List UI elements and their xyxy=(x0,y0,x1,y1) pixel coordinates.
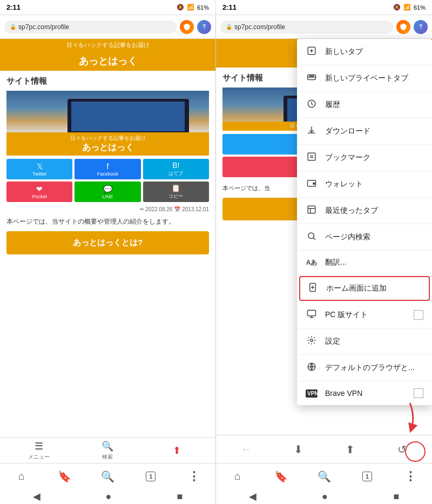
translate-label: 翻訳... xyxy=(325,258,423,267)
menu-item-translate[interactable]: Aあ 翻訳... xyxy=(297,251,432,275)
menu-item-recent-tabs[interactable]: 最近使ったタブ xyxy=(297,198,432,224)
brave-icon-right[interactable] xyxy=(396,20,410,34)
time-left: 2:11 xyxy=(6,3,21,11)
share-action-btn[interactable]: ⬆ xyxy=(338,438,362,461)
lock-icon-left: 🔒 xyxy=(10,24,16,30)
menu-item-find[interactable]: ページ内検索 xyxy=(297,224,432,251)
menu-item-add-home[interactable]: ホーム画面に追加 xyxy=(299,276,430,301)
banner-left: 日々をハックする記事をお届け xyxy=(0,39,215,51)
menu-item-default-browser[interactable]: デフォルトのブラウザと... xyxy=(297,355,432,381)
add-home-label: ホーム画面に追加 xyxy=(326,284,422,293)
notification-icon-left: 🔕 xyxy=(177,4,184,11)
home-gesture-left[interactable]: ● xyxy=(106,491,112,502)
pocket-icon-left: ❤ xyxy=(36,185,43,193)
arrow-annotation xyxy=(396,400,423,435)
private-tab-label: 新しいプライベートタブ xyxy=(325,73,423,83)
menu-nav-left[interactable]: ⋮ xyxy=(180,466,207,487)
menu-nav-right[interactable]: ⋮ xyxy=(397,466,424,487)
copy-icon-left: 📋 xyxy=(171,184,180,192)
vpn-icon-right[interactable]: ? xyxy=(414,20,428,34)
line-btn-left[interactable]: 💬 LINE xyxy=(75,182,140,202)
battery-left: 61% xyxy=(197,4,209,11)
site-title-left: あっとはっく xyxy=(0,51,215,71)
wifi-icon-right: 📶 xyxy=(403,4,411,11)
history-icon xyxy=(306,99,318,111)
lock-icon-right: 🔒 xyxy=(226,24,232,30)
bookmark-nav-left[interactable]: 🔖 xyxy=(51,466,78,487)
brave-icon-left[interactable] xyxy=(180,20,194,34)
share-toolbar-left[interactable]: ⬆ xyxy=(166,445,187,456)
wallet-icon xyxy=(306,178,318,190)
translate-icon: Aあ xyxy=(306,258,318,267)
recent-tabs-label: 最近使ったタブ xyxy=(325,206,423,216)
download-icon xyxy=(306,125,318,137)
home-gesture-right[interactable]: ● xyxy=(322,491,328,502)
download-action-btn[interactable]: ⬇ xyxy=(286,438,310,461)
menu-item-bookmark[interactable]: ブックマーク xyxy=(297,145,432,171)
menu-item-wallet[interactable]: ウォレット xyxy=(297,171,432,198)
upload-icon-left: ⬆ xyxy=(173,445,181,456)
new-tab-icon xyxy=(306,46,318,58)
search-icon-left: 🔍 xyxy=(102,440,113,452)
menu-item-private-tab[interactable]: 新しいプライベートタブ xyxy=(297,65,432,92)
facebook-btn-left[interactable]: f Facebook xyxy=(75,159,140,179)
home-nav-left[interactable]: ⌂ xyxy=(8,466,35,487)
menu-item-history[interactable]: 履歴 xyxy=(297,92,432,118)
url-right: sp7pc.com/profile xyxy=(234,23,285,31)
brave-vpn-icon: VPN xyxy=(306,389,318,398)
menu-toolbar-left[interactable]: ☰ メニュー xyxy=(28,440,50,461)
date-info-left: ✏ 2022.08.26 📅 2013.12.01 xyxy=(6,205,209,213)
wifi-icon-left: 📶 xyxy=(187,4,194,11)
refresh-action-btn[interactable]: ↺ xyxy=(390,438,414,461)
svg-rect-7 xyxy=(308,153,315,160)
recents-gesture-left[interactable]: ■ xyxy=(177,491,183,502)
tabs-nav-left[interactable]: 1 xyxy=(137,466,164,487)
default-browser-icon xyxy=(306,362,318,374)
pocket-btn-left[interactable]: ❤ Pocket xyxy=(6,182,72,202)
url-left: sp7pc.com/profile xyxy=(18,23,69,31)
twitter-btn-left[interactable]: 𝕏 Twitter xyxy=(6,159,72,179)
download-label: ダウンロード xyxy=(325,126,423,136)
new-tab-label: 新しいタブ xyxy=(325,47,423,57)
pc-site-label: PC 版サイト xyxy=(325,310,406,320)
recents-gesture-right[interactable]: ■ xyxy=(393,491,399,502)
site-image-left: 日々をハックする記事をお届け あっとはっく xyxy=(6,91,209,156)
default-browser-label: デフォルトのブラウザと... xyxy=(325,363,423,373)
bookmark-icon-menu xyxy=(306,152,318,164)
description-left: 本ページでは、当サイトの概要や管理人の紹介をします。 xyxy=(6,213,209,229)
menu-item-new-tab[interactable]: 新しいタブ xyxy=(297,39,432,65)
copy-btn-left[interactable]: 📋 コピー xyxy=(143,182,209,202)
add-home-icon xyxy=(307,283,319,294)
hateb-btn-left[interactable]: B! はてブ xyxy=(143,159,209,179)
brave-vpn-checkbox[interactable] xyxy=(414,388,423,398)
search-toolbar-left[interactable]: 🔍 検索 xyxy=(97,440,118,461)
private-tab-icon xyxy=(306,72,318,84)
search-nav-left[interactable]: 🔍 xyxy=(94,466,121,487)
back-gesture-left[interactable]: ◀ xyxy=(33,490,40,502)
notification-icon-right: 🔕 xyxy=(393,4,401,11)
home-nav-right[interactable]: ⌂ xyxy=(224,466,251,487)
menu-item-settings[interactable]: 設定 xyxy=(297,328,432,355)
tabs-nav-right[interactable]: 1 xyxy=(354,466,381,487)
battery-right: 61% xyxy=(414,4,426,11)
menu-item-pc-site[interactable]: PC 版サイト xyxy=(297,302,432,328)
menu-item-download[interactable]: ダウンロード xyxy=(297,118,432,145)
facebook-icon-left: f xyxy=(107,162,109,171)
pc-site-checkbox[interactable] xyxy=(414,310,423,320)
back-gesture-right[interactable]: ◀ xyxy=(249,490,256,502)
search-nav-right[interactable]: 🔍 xyxy=(310,466,338,487)
back-action-btn[interactable]: ← xyxy=(234,438,258,461)
svg-line-16 xyxy=(313,238,315,239)
site-info-heading-left: サイト情報 xyxy=(6,76,209,86)
pc-site-icon xyxy=(306,309,318,321)
svg-rect-20 xyxy=(308,310,316,316)
svg-rect-12 xyxy=(308,206,315,213)
twitter-icon-left: 𝕏 xyxy=(37,162,43,171)
vpn-icon-left[interactable]: ? xyxy=(197,20,211,34)
line-icon-left: 💬 xyxy=(103,185,112,193)
svg-point-23 xyxy=(310,339,313,342)
svg-point-4 xyxy=(312,75,314,77)
bookmark-nav-right[interactable]: 🔖 xyxy=(267,466,294,487)
find-icon xyxy=(306,231,318,243)
cta-button-left[interactable]: あっとはっくとは? xyxy=(6,231,209,254)
